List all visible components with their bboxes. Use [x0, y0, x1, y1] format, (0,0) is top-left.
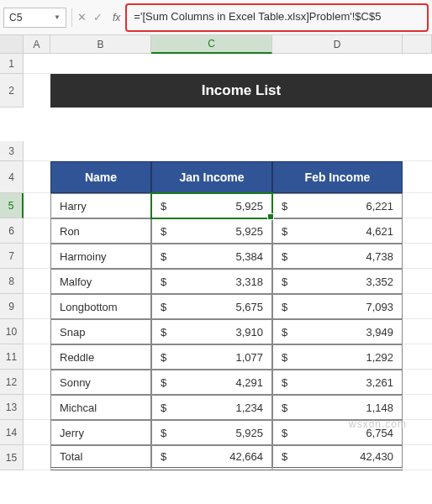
- table-row: 8Malfoy$3,318$3,352: [0, 269, 432, 294]
- col-header-c[interactable]: C: [151, 35, 272, 54]
- cell-feb[interactable]: $3,261: [272, 370, 403, 395]
- cell-jan[interactable]: $4,291: [151, 370, 272, 395]
- cell-name[interactable]: Reddle: [50, 344, 151, 370]
- total-feb[interactable]: $42,430: [272, 445, 403, 470]
- table-row: 12Sonny$4,291$3,261: [0, 370, 432, 395]
- total-jan[interactable]: $42,664: [151, 445, 272, 470]
- cell-feb[interactable]: $7,093: [272, 294, 403, 319]
- cell-jan[interactable]: $3,910: [151, 319, 272, 344]
- fx-icon[interactable]: fx: [113, 12, 120, 24]
- cell-name[interactable]: Sonny: [50, 370, 151, 395]
- check-icon[interactable]: ✓: [93, 11, 103, 24]
- col-header-blank[interactable]: [403, 35, 432, 54]
- cell-name[interactable]: Michcal: [50, 395, 151, 420]
- row-header[interactable]: 4: [0, 161, 24, 193]
- table-row: 9Longbottom$5,675$7,093: [0, 294, 432, 319]
- header-feb[interactable]: Feb Income: [272, 161, 403, 193]
- cell-jan[interactable]: $3,318: [151, 269, 272, 294]
- column-headers: A B C D: [0, 35, 432, 54]
- row-header[interactable]: 14: [0, 420, 24, 445]
- table-row: 13Michcal$1,234$1,148: [0, 395, 432, 420]
- cell-feb[interactable]: $6,221: [272, 193, 403, 218]
- row-header[interactable]: 2: [0, 74, 24, 108]
- name-box[interactable]: C5 ▼: [3, 8, 66, 28]
- table-row: 5Harry$5,925$6,221: [0, 193, 432, 218]
- row-header[interactable]: 6: [0, 218, 24, 244]
- name-box-value: C5: [9, 12, 22, 24]
- divider: [71, 8, 72, 27]
- row-header[interactable]: 10: [0, 319, 24, 344]
- col-header-b[interactable]: B: [50, 35, 151, 54]
- cell-name[interactable]: Malfoy: [50, 269, 151, 294]
- header-jan[interactable]: Jan Income: [151, 161, 272, 193]
- table-title[interactable]: Income List: [50, 74, 432, 108]
- row-1: 1: [0, 54, 432, 74]
- row-header[interactable]: 1: [0, 54, 24, 74]
- formula-bar-area: C5 ▼ ✕ ✓ fx ='[Sum Columns in Excel Tabl…: [0, 0, 432, 35]
- select-all-corner[interactable]: [0, 35, 24, 54]
- row-header[interactable]: 13: [0, 395, 24, 420]
- chevron-down-icon[interactable]: ▼: [54, 13, 61, 21]
- cancel-icon[interactable]: ✕: [77, 11, 87, 24]
- row-header[interactable]: 8: [0, 269, 24, 294]
- cell-jan[interactable]: $5,925: [151, 193, 272, 218]
- formula-text: ='[Sum Columns in Excel Table.xlsx]Probl…: [134, 10, 381, 24]
- cell-jan[interactable]: $5,925: [151, 420, 272, 445]
- cell-feb[interactable]: $4,738: [272, 244, 403, 269]
- cell-feb[interactable]: $4,621: [272, 218, 403, 244]
- header-name[interactable]: Name: [50, 161, 151, 193]
- row-header[interactable]: 3: [0, 141, 24, 161]
- table-row: 6Ron$5,925$4,621: [0, 218, 432, 244]
- cell-jan[interactable]: $5,675: [151, 294, 272, 319]
- row-header[interactable]: 5: [0, 193, 24, 218]
- row-header[interactable]: 15: [0, 445, 24, 470]
- cell-feb[interactable]: $3,352: [272, 269, 403, 294]
- formula-icons: ✕ ✓ fx: [77, 11, 120, 24]
- table-row: 7Harmoiny$5,384$4,738: [0, 244, 432, 269]
- table-row: 10Snap$3,910$3,949: [0, 319, 432, 344]
- cell-jan[interactable]: $1,234: [151, 395, 272, 420]
- cell-jan[interactable]: $5,384: [151, 244, 272, 269]
- row-3: 3: [0, 141, 432, 161]
- cell-feb[interactable]: $1,148: [272, 395, 403, 420]
- spreadsheet-grid[interactable]: A B C D 1 2 Income List 3 4 Name Jan Inc…: [0, 35, 432, 470]
- row-total: 15 Total $42,664 $42,430: [0, 445, 432, 470]
- cell-name[interactable]: Longbottom: [50, 294, 151, 319]
- row-2-title: 2 Income List: [0, 74, 432, 141]
- watermark: wsxdn.com: [349, 418, 407, 430]
- cell-name[interactable]: Harry: [50, 193, 151, 218]
- row-4-headers: 4 Name Jan Income Feb Income: [0, 161, 432, 193]
- formula-input[interactable]: ='[Sum Columns in Excel Table.xlsx]Probl…: [125, 3, 429, 32]
- row-header[interactable]: 7: [0, 244, 24, 269]
- cell-name[interactable]: Jerry: [50, 420, 151, 445]
- total-label[interactable]: Total: [50, 445, 151, 470]
- cell-jan[interactable]: $1,077: [151, 344, 272, 370]
- table-row: 11Reddle$1,077$1,292: [0, 344, 432, 370]
- cell-name[interactable]: Snap: [50, 319, 151, 344]
- cell-name[interactable]: Harmoiny: [50, 244, 151, 269]
- row-header[interactable]: 11: [0, 344, 24, 370]
- row-header[interactable]: 12: [0, 370, 24, 395]
- cell-name[interactable]: Ron: [50, 218, 151, 244]
- row-header[interactable]: 9: [0, 294, 24, 319]
- col-header-d[interactable]: D: [272, 35, 403, 54]
- cell-jan[interactable]: $5,925: [151, 218, 272, 244]
- col-header-a[interactable]: A: [24, 35, 50, 54]
- cell-feb[interactable]: $1,292: [272, 344, 403, 370]
- cell-feb[interactable]: $3,949: [272, 319, 403, 344]
